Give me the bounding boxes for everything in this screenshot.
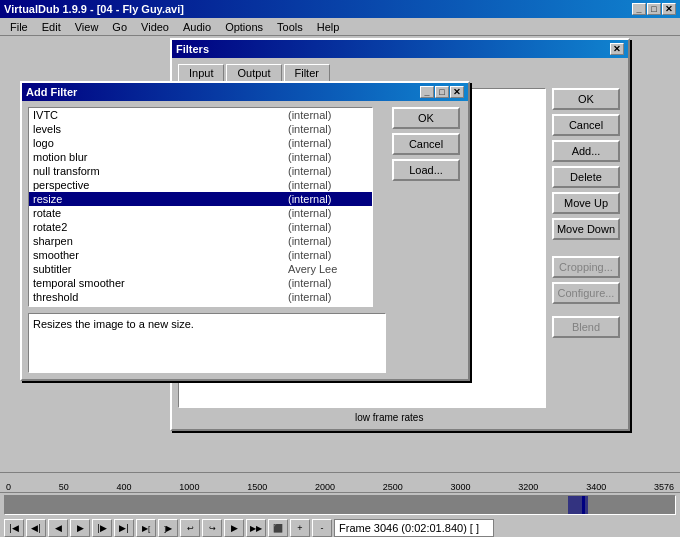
play-button[interactable]: ▶ [224,519,244,537]
add-filter-window-controls: _ □ ✕ [420,86,464,98]
add-filter-load-button[interactable]: Load... [392,159,460,181]
timeline-area: 0 50 400 1000 1500 2000 2500 3000 3200 3… [0,472,680,537]
add-filter-item[interactable]: rotate2(internal) [29,220,372,234]
ruler-mark-3400: 3400 [586,482,606,492]
add-filter-minimize-button[interactable]: _ [420,86,434,98]
add-filter-buttons: OK Cancel Load... [392,107,462,373]
menu-video[interactable]: Video [135,20,175,34]
add-filter-item[interactable]: subtitlerAvery Lee [29,262,372,276]
add-filter-title-bar: Add Filter _ □ ✕ [22,83,468,101]
step-back-key-button[interactable]: ◀| [26,519,46,537]
menu-edit[interactable]: Edit [36,20,67,34]
add-filter-item[interactable]: resize(internal) [29,192,372,206]
add-filter-item[interactable]: rotate(internal) [29,206,372,220]
add-filter-item[interactable]: IVTC(internal) [29,108,372,122]
filters-add-button[interactable]: Add... [552,140,620,162]
next-frame-button[interactable]: ▶ [70,519,90,537]
tab-input[interactable]: Input [178,64,224,82]
ruler-mark-50: 50 [59,482,69,492]
forward-end-button[interactable]: ▶| [114,519,134,537]
add-filter-title-label: Add Filter [26,86,77,98]
zoom-out-button[interactable]: - [312,519,332,537]
maximize-button[interactable]: □ [647,3,661,15]
low-framerate-notice: low frame rates [178,412,622,423]
filters-tabs: Input Output Filter [178,64,622,82]
menu-tools[interactable]: Tools [271,20,309,34]
step-fwd-key-button[interactable]: |▶ [92,519,112,537]
menu-bar: File Edit View Go Video Audio Options To… [0,18,680,36]
timeline-selection [568,496,588,514]
add-filter-maximize-button[interactable]: □ [435,86,449,98]
add-filter-item[interactable]: temporal smoother(internal) [29,276,372,290]
filters-configure-button[interactable]: Configure... [552,282,620,304]
main-window-controls: _ □ ✕ [632,3,676,15]
add-filter-item[interactable]: smoother(internal) [29,248,372,262]
next-key-button[interactable]: ↪ [202,519,222,537]
mark-out-button[interactable]: ]▶ [158,519,178,537]
tab-output[interactable]: Output [226,64,281,82]
prev-frame-button[interactable]: ◀ [48,519,68,537]
add-filter-item[interactable]: null transform(internal) [29,164,372,178]
filters-moveup-button[interactable]: Move Up [552,192,620,214]
rewind-start-button[interactable]: |◀ [4,519,24,537]
menu-options[interactable]: Options [219,20,269,34]
add-filter-cancel-button[interactable]: Cancel [392,133,460,155]
filters-side-buttons: OK Cancel Add... Delete Move Up Move Dow… [552,88,622,338]
filters-title-label: Filters [176,43,209,55]
ruler-mark-0: 0 [6,482,11,492]
ruler-mark-1000: 1000 [179,482,199,492]
controls-bar: |◀ ◀| ◀ ▶ |▶ ▶| ▶[ ]▶ ↩ ↪ ▶ ▶▶ ⬛ + - Fra… [0,517,680,537]
filters-window-controls: ✕ [610,43,624,55]
ruler-mark-2000: 2000 [315,482,335,492]
add-filter-ok-button[interactable]: OK [392,107,460,129]
play-segmented-button[interactable]: ▶▶ [246,519,266,537]
add-filter-description: Resizes the image to a new size. [28,313,386,373]
add-filter-dialog: Add Filter _ □ ✕ IVTC(internal)levels(in… [20,81,470,381]
add-filter-item[interactable]: TV(internal) [29,304,372,306]
ruler-mark-3576: 3576 [654,482,674,492]
menu-help[interactable]: Help [311,20,346,34]
menu-go[interactable]: Go [106,20,133,34]
filters-title-bar: Filters ✕ [172,40,628,58]
close-button[interactable]: ✕ [662,3,676,15]
filters-cropping-button[interactable]: Cropping... [552,256,620,278]
add-filter-item[interactable]: logo(internal) [29,136,372,150]
timeline-track[interactable] [4,495,676,515]
timeline-position [582,496,585,514]
main-title-bar: VirtualDub 1.9.9 - [04 - Fly Guy.avi] _ … [0,0,680,18]
zoom-in-button[interactable]: + [290,519,310,537]
play-filtered-button[interactable]: ⬛ [268,519,288,537]
ruler-mark-3200: 3200 [518,482,538,492]
main-area: Filters ✕ Input Output Filter OK Cancel … [0,36,680,471]
timeline-ruler: 0 50 400 1000 1500 2000 2500 3000 3200 3… [0,473,680,493]
add-filter-item[interactable]: threshold(internal) [29,290,372,304]
mark-in-button[interactable]: ▶[ [136,519,156,537]
menu-view[interactable]: View [69,20,105,34]
filters-ok-button[interactable]: OK [552,88,620,110]
add-filter-close-button[interactable]: ✕ [450,86,464,98]
prev-key-button[interactable]: ↩ [180,519,200,537]
filters-close-button[interactable]: ✕ [610,43,624,55]
add-filter-item[interactable]: sharpen(internal) [29,234,372,248]
menu-audio[interactable]: Audio [177,20,217,34]
add-filter-left: IVTC(internal)levels(internal)logo(inter… [28,107,386,373]
ruler-mark-2500: 2500 [383,482,403,492]
add-filter-list-container[interactable]: IVTC(internal)levels(internal)logo(inter… [28,107,373,307]
add-filter-content: IVTC(internal)levels(internal)logo(inter… [22,101,468,379]
minimize-button[interactable]: _ [632,3,646,15]
filters-cancel-button[interactable]: Cancel [552,114,620,136]
ruler-mark-3000: 3000 [451,482,471,492]
ruler-mark-400: 400 [117,482,132,492]
filters-blend-button[interactable]: Blend [552,316,620,338]
add-filter-list-scroll[interactable]: IVTC(internal)levels(internal)logo(inter… [29,108,372,306]
filters-delete-button[interactable]: Delete [552,166,620,188]
filters-movedown-button[interactable]: Move Down [552,218,620,240]
add-filter-item[interactable]: perspective(internal) [29,178,372,192]
ruler-mark-1500: 1500 [247,482,267,492]
ruler-marks: 0 50 400 1000 1500 2000 2500 3000 3200 3… [4,482,676,492]
main-title: VirtualDub 1.9.9 - [04 - Fly Guy.avi] [4,3,184,15]
menu-file[interactable]: File [4,20,34,34]
add-filter-item[interactable]: levels(internal) [29,122,372,136]
add-filter-item[interactable]: motion blur(internal) [29,150,372,164]
frame-info: Frame 3046 (0:02:01.840) [ ] [334,519,494,537]
